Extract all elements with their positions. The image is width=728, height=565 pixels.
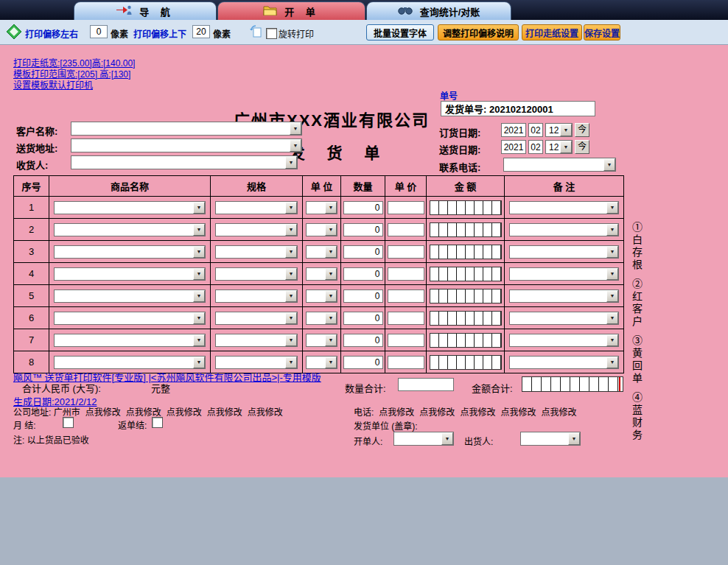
phone-line-label: 电话: — [354, 407, 374, 418]
save-settings-button[interactable]: 保存设置 — [584, 24, 620, 41]
product-combobox[interactable]: ▼ — [54, 356, 206, 369]
remark-combobox[interactable]: ▼ — [509, 312, 619, 325]
unit-combobox[interactable]: ▼ — [306, 334, 337, 347]
product-combobox[interactable]: ▼ — [54, 223, 206, 236]
ship-date-year-input[interactable] — [501, 140, 526, 154]
unit-combobox[interactable]: ▼ — [306, 289, 337, 303]
today-button[interactable]: 今 — [575, 140, 589, 154]
quantity-input[interactable] — [343, 245, 383, 259]
spec-combobox[interactable]: ▼ — [215, 289, 298, 303]
modify-link[interactable]: 点我修改 — [167, 407, 202, 418]
modify-link[interactable]: 点我修改 — [460, 407, 495, 418]
unit-price-input[interactable] — [388, 312, 424, 325]
consignee-combobox[interactable]: ▼ — [71, 155, 298, 169]
offset-ud-input[interactable] — [192, 25, 210, 38]
unit-price-input[interactable] — [388, 356, 424, 369]
spec-combobox[interactable]: ▼ — [215, 201, 298, 214]
spec-combobox[interactable]: ▼ — [215, 312, 298, 325]
price-cell — [385, 219, 427, 241]
spec-combobox[interactable]: ▼ — [215, 334, 298, 347]
unit-price-input[interactable] — [388, 223, 424, 236]
remark-combobox[interactable]: ▼ — [509, 334, 619, 347]
order-number-field[interactable]: 发货单号: 202102120001 — [441, 101, 595, 116]
modify-link[interactable]: 点我修改 — [126, 407, 161, 418]
product-combobox[interactable]: ▼ — [54, 312, 206, 325]
phone-combobox[interactable]: ▼ — [503, 158, 616, 172]
quantity-input[interactable] — [343, 312, 383, 325]
tab-navigation[interactable]: 导 航 — [74, 1, 217, 20]
product-combobox[interactable]: ▼ — [54, 245, 206, 259]
spec-combobox[interactable]: ▼ — [215, 223, 298, 236]
adjust-offset-help-button[interactable]: 调整打印偏移说明 — [438, 24, 519, 41]
rotate-print-checkbox[interactable] — [266, 28, 277, 39]
product-combobox[interactable]: ▼ — [54, 334, 206, 347]
ship-date-month-input[interactable] — [528, 140, 543, 154]
product-combobox[interactable]: ▼ — [54, 267, 206, 281]
shipper-combobox[interactable]: ▼ — [520, 432, 581, 446]
remark-combobox[interactable]: ▼ — [509, 223, 619, 236]
unit-price-input[interactable] — [388, 201, 424, 214]
order-date-day-combobox[interactable]: 12▼ — [545, 123, 573, 137]
unit-combobox[interactable]: ▼ — [306, 356, 337, 369]
row-number: 2 — [14, 219, 49, 241]
software-link[interactable]: 飚风™ 送货单打印软件[专业版] |<苏州飚风软件有限公司出品>|-专用模版 — [13, 370, 321, 384]
remark-combobox[interactable]: ▼ — [509, 289, 619, 303]
customer-combobox[interactable]: ▼ — [71, 122, 302, 136]
price-cell — [385, 241, 427, 263]
modify-link[interactable]: 点我修改 — [541, 407, 576, 418]
tab-query-stats[interactable]: 查询统计/对账 — [366, 1, 511, 20]
biller-combobox[interactable]: ▼ — [393, 432, 454, 446]
order-date-month-input[interactable] — [528, 123, 543, 137]
unit-combobox[interactable]: ▼ — [306, 201, 337, 214]
modify-link[interactable]: 点我修改 — [85, 407, 121, 418]
quantity-input[interactable] — [343, 223, 383, 236]
return-settle-label: 返单结: — [118, 418, 147, 431]
remark-combobox[interactable]: ▼ — [509, 267, 619, 281]
tab-billing-active[interactable]: 开 单 — [217, 1, 365, 20]
today-button[interactable]: 今 — [575, 123, 589, 137]
modify-link[interactable]: 点我修改 — [500, 407, 536, 418]
unit-combobox[interactable]: ▼ — [306, 267, 337, 281]
unit-combobox[interactable]: ▼ — [306, 312, 337, 325]
col-header-price: 单 价 — [385, 176, 427, 197]
modify-link[interactable]: 点我修改 — [379, 407, 414, 418]
qty-total-input[interactable] — [398, 378, 454, 391]
consignee-label: 收货人: — [16, 158, 48, 172]
batch-font-button[interactable]: 批量设置字体 — [366, 24, 434, 41]
product-combobox[interactable]: ▼ — [54, 201, 206, 214]
quantity-input[interactable] — [343, 289, 383, 303]
remark-combobox[interactable]: ▼ — [509, 201, 619, 214]
unit-price-input[interactable] — [388, 267, 424, 281]
row-number: 3 — [14, 241, 49, 263]
modify-link[interactable]: 点我修改 — [207, 407, 242, 418]
amount-cell — [427, 241, 505, 263]
remark-combobox[interactable]: ▼ — [509, 356, 619, 369]
unit-combobox[interactable]: ▼ — [306, 223, 337, 236]
spec-cell: ▼ — [211, 329, 303, 351]
gen-date-link[interactable]: 生成日期:2021/2/12 — [13, 394, 97, 408]
quantity-input[interactable] — [343, 356, 383, 369]
modify-link[interactable]: 点我修改 — [248, 407, 283, 418]
spec-combobox[interactable]: ▼ — [215, 356, 298, 369]
order-date-year-input[interactable] — [501, 123, 526, 137]
spec-combobox[interactable]: ▼ — [215, 245, 298, 259]
copy-labels: ①白存根 ②红客户 ③黄回单 ④蓝财务 — [629, 222, 644, 442]
quantity-input[interactable] — [343, 334, 383, 347]
quantity-input[interactable] — [343, 201, 383, 214]
ship-date-day-combobox[interactable]: 12▼ — [545, 140, 573, 154]
product-combobox[interactable]: ▼ — [54, 289, 206, 303]
spec-combobox[interactable]: ▼ — [215, 267, 298, 281]
modify-link[interactable]: 点我修改 — [419, 407, 455, 418]
unit-combobox[interactable]: ▼ — [306, 245, 337, 259]
address-combobox[interactable]: ▼ — [71, 138, 302, 152]
unit-price-input[interactable] — [388, 289, 424, 303]
offset-lr-input[interactable] — [90, 25, 108, 38]
monthly-settle-checkbox[interactable] — [63, 417, 74, 428]
unit-price-input[interactable] — [388, 245, 424, 259]
remark-combobox[interactable]: ▼ — [509, 245, 619, 259]
paper-feed-settings-button[interactable]: 打印走纸设置 — [522, 24, 582, 41]
unit-price-input[interactable] — [388, 334, 424, 347]
return-settle-checkbox[interactable] — [152, 417, 163, 428]
quantity-input[interactable] — [343, 267, 383, 281]
default-printer-link[interactable]: 设置模板默认打印机 — [13, 78, 93, 91]
